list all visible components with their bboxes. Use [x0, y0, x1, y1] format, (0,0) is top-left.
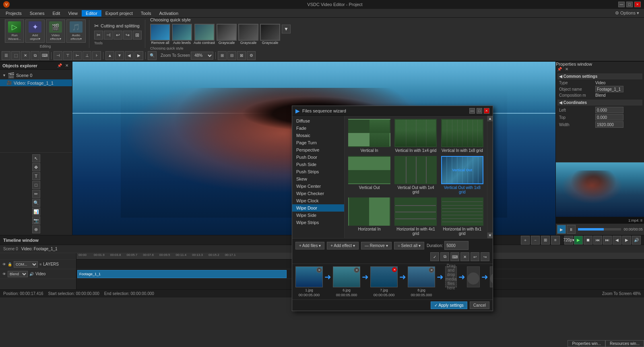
wizard-scrollbar[interactable]: ▲ ▼: [487, 116, 493, 238]
wizard-maximize[interactable]: □: [477, 108, 482, 114]
effect-fade[interactable]: Fade: [292, 125, 344, 132]
wizard-close[interactable]: ✕: [484, 108, 489, 114]
top-input[interactable]: [595, 114, 623, 121]
objects-pin-button[interactable]: 📌: [56, 63, 63, 68]
duration-input[interactable]: [444, 241, 469, 250]
resources-win-tab[interactable]: Resources win...: [605, 340, 644, 347]
seq-remove-2[interactable]: ✕: [354, 267, 359, 273]
snap-obj[interactable]: ⊠: [237, 51, 246, 60]
menu-export[interactable]: Export project: [101, 10, 137, 17]
timeline-snap[interactable]: ⊞: [541, 236, 550, 245]
preview-play[interactable]: ▶: [557, 225, 566, 234]
copy-tool[interactable]: ⧉: [31, 51, 39, 60]
object-name-input[interactable]: [595, 86, 623, 92]
add-effect-button[interactable]: + Add effect ▾: [327, 242, 359, 249]
wizard-del[interactable]: ✕: [460, 252, 469, 261]
effect-wipeside[interactable]: Wipe Side: [292, 212, 344, 219]
effect-horizontal-in-4x1[interactable]: Horizontal In with 4x1 grid: [394, 197, 437, 236]
effect-pushside[interactable]: Push Side: [292, 161, 344, 168]
menu-view[interactable]: View: [64, 10, 82, 17]
effect-wipestrips[interactable]: Wipe Strips: [292, 219, 344, 226]
props-close[interactable]: ✕: [564, 66, 570, 72]
crosshair-tool[interactable]: ⊕: [32, 225, 40, 233]
seq-remove-3[interactable]: ✕: [392, 267, 397, 272]
seq-drop-zone[interactable]: Drag and drop media files here: [445, 266, 457, 287]
coordinates-header[interactable]: ◀ Coordinates: [557, 100, 642, 106]
menu-scenes[interactable]: Scenes: [26, 10, 49, 17]
split-tool[interactable]: ⊣: [104, 31, 113, 39]
prev-frame[interactable]: ◀: [613, 236, 621, 245]
minimize-button[interactable]: —: [618, 2, 625, 7]
stop-button[interactable]: ⏹: [584, 236, 592, 245]
properties-win-tab[interactable]: Properties win...: [568, 340, 605, 347]
timeline-layers[interactable]: ≡: [551, 236, 560, 245]
vol-btn[interactable]: 🔊: [632, 236, 641, 245]
blend-dropdown[interactable]: Blend: [8, 271, 28, 277]
objects-close-button[interactable]: ✕: [64, 63, 70, 68]
effect-vertical-out[interactable]: Vertical Out: [348, 156, 391, 194]
video-effects-button[interactable]: 🎬 Videoeffects▾: [46, 19, 65, 43]
preview-pause[interactable]: ⏸: [567, 225, 576, 234]
effect-vertical-in[interactable]: Vertical In: [348, 119, 391, 153]
scroll-down[interactable]: ▼: [487, 233, 493, 238]
menu-editor[interactable]: Editor: [82, 10, 101, 17]
auto-levels-button[interactable]: Auto levels: [172, 24, 192, 45]
eye-dropper-tool[interactable]: 🔍: [32, 199, 40, 207]
seq-remove-1[interactable]: ✕: [316, 267, 322, 273]
move-down[interactable]: ▼: [115, 51, 124, 60]
add-object-button[interactable]: ✦ Addobject▾: [25, 19, 45, 43]
graph-tool[interactable]: 📊: [32, 208, 40, 216]
quality-dropdown[interactable]: 720p▾: [564, 236, 573, 245]
seq-remove-4[interactable]: ✕: [429, 267, 434, 273]
move-left[interactable]: ◀: [125, 51, 134, 60]
effect-perspective[interactable]: Perspective: [292, 146, 344, 154]
menu-activation[interactable]: Activation: [155, 10, 182, 17]
left-input[interactable]: [595, 107, 623, 113]
tree-item-video[interactable]: 🎥 Video: Footage_1_1: [0, 79, 72, 86]
menu-projects[interactable]: Projects: [2, 10, 26, 17]
merge-tool[interactable]: ⊞: [133, 31, 142, 39]
effect-vertical-in-1x8[interactable]: Vertical In with 1x8 grid: [441, 119, 484, 153]
effect-wipecenter[interactable]: Wipe Center: [292, 183, 344, 190]
pointer-tool[interactable]: ↖: [32, 154, 40, 162]
effect-wipechecker[interactable]: Wipe Checker: [292, 190, 344, 197]
next-frame[interactable]: ▶: [622, 236, 631, 245]
undo-tool[interactable]: ↩: [114, 31, 122, 39]
effect-pageturn[interactable]: Page Turn: [292, 139, 344, 146]
more-styles-button[interactable]: ▼: [282, 25, 291, 33]
seq-img-1[interactable]: ✕: [295, 266, 323, 287]
effect-skew[interactable]: Skew: [292, 175, 344, 183]
redo-tool[interactable]: ↪: [123, 31, 132, 39]
footage-clip[interactable]: Footage_1_1: [77, 270, 287, 278]
tree-item-scene0[interactable]: ▼ 🎬 Scene 0: [0, 71, 72, 79]
run-wizard-button[interactable]: ▷ RunWizard...: [5, 19, 24, 43]
align-top[interactable]: ⊥: [83, 51, 91, 60]
props-pin[interactable]: 📌: [556, 66, 563, 72]
effect-vertical-out-1x4[interactable]: Vertical Out with 1x4 grid: [394, 156, 437, 194]
options-button[interactable]: ⚙ Options ▾: [612, 10, 642, 16]
snap-grid[interactable]: ⊟: [227, 51, 236, 60]
settings-tool[interactable]: ⚙: [247, 51, 256, 60]
remove-all-button[interactable]: Remove all: [150, 24, 170, 45]
grid-view[interactable]: ⊞: [218, 51, 227, 60]
seq-img-4[interactable]: ✕: [408, 266, 435, 287]
menu-edit[interactable]: Edit: [48, 10, 64, 17]
timeline-minus[interactable]: －: [531, 236, 540, 245]
camera-tool[interactable]: 📷: [32, 216, 40, 224]
grayscale-3-button[interactable]: Grayscale: [260, 24, 280, 45]
align-center[interactable]: ⊤: [63, 51, 72, 60]
close-button[interactable]: ✕: [634, 2, 641, 7]
pen-tool[interactable]: ✏: [32, 190, 40, 198]
crop-tool[interactable]: ⬚: [11, 51, 20, 60]
move-tool[interactable]: ✥: [32, 163, 40, 171]
text-tool[interactable]: T: [32, 172, 40, 180]
audio-effects-button[interactable]: 🎵 Audioeffects▾: [66, 19, 86, 43]
effect-mosaic[interactable]: Mosaic: [292, 132, 344, 139]
width-input[interactable]: [595, 121, 623, 128]
wizard-minimize[interactable]: —: [469, 108, 475, 114]
wizard-paste[interactable]: ⌨: [450, 252, 459, 261]
delete-tool[interactable]: ✕: [21, 51, 30, 60]
timeline-add[interactable]: ＋: [521, 236, 530, 245]
wizard-undo[interactable]: ↩: [471, 252, 479, 261]
effect-horizontal-in[interactable]: Horizontal In: [348, 197, 391, 236]
